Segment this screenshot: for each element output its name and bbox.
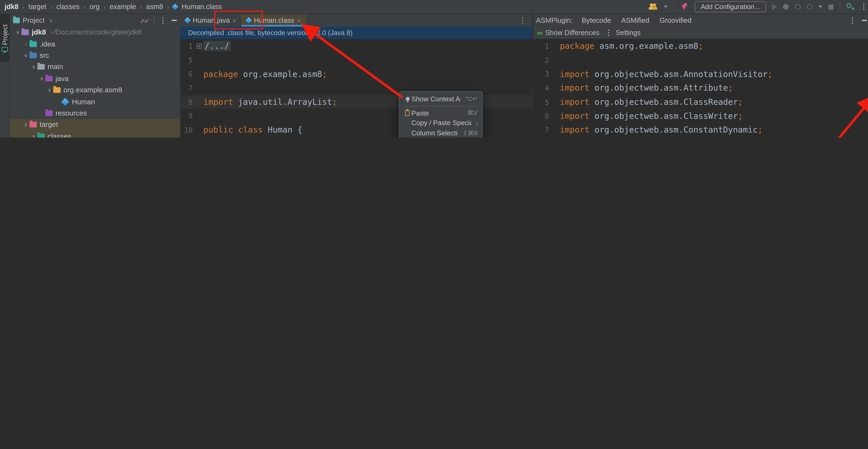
breadcrumb-item[interactable]: asm8 <box>146 3 163 11</box>
code-text: public class Human { <box>204 125 302 134</box>
tree-item-label: .idea <box>39 40 55 48</box>
menu-item-copy-paste-special[interactable]: Copy / Paste Special› <box>399 118 482 128</box>
project-folder-icon <box>13 18 20 23</box>
tree-expand-icon[interactable]: ∨ <box>14 30 22 35</box>
breadcrumb-item[interactable]: Human.class <box>182 3 222 11</box>
tab-bytecode[interactable]: Bytecode <box>581 15 612 26</box>
fold-marker-icon[interactable]: + <box>195 43 204 49</box>
code-text: import org.objectweb.asm.Attribute; <box>560 84 733 93</box>
chevron-down-icon[interactable]: ∨ <box>48 18 55 23</box>
tree-expand-icon[interactable]: › <box>22 41 29 47</box>
tree-item-jdk8[interactable]: ∨jdk8~/Documents/code/gitee/jdk8 <box>9 27 180 38</box>
breadcrumb-item[interactable]: jdk8 <box>4 3 19 11</box>
users-icon[interactable] <box>649 3 658 10</box>
tree-expand-icon[interactable]: ∨ <box>22 53 29 58</box>
code-line: 7import org.objectweb.asm.ConstantDynami… <box>533 123 868 137</box>
tree-item-label: Human <box>72 98 95 106</box>
folder-icon <box>30 53 37 58</box>
show-differences-button[interactable]: Show Differences <box>545 29 599 37</box>
run-icon[interactable] <box>772 4 777 10</box>
line-number: 2 <box>533 56 551 64</box>
breadcrumb-item[interactable]: target <box>28 3 46 11</box>
tab-human-java[interactable]: Human.java× <box>180 14 242 27</box>
tree-expand-icon[interactable]: ∨ <box>22 122 29 128</box>
code-text: import org.objectweb.asm.ConstantDynamic… <box>560 125 763 134</box>
close-icon[interactable]: × <box>232 17 236 24</box>
menu-item-paste[interactable]: Paste⌘V <box>399 108 482 118</box>
tree-expand-icon[interactable]: ∨ <box>46 87 53 93</box>
tree-item-resources[interactable]: resources <box>9 107 180 119</box>
tree-item--idea[interactable]: ›.idea <box>9 38 180 50</box>
tree-item-java[interactable]: ∨java <box>9 73 180 85</box>
folder-icon <box>45 110 53 116</box>
settings-button[interactable]: Settings <box>616 29 641 37</box>
breadcrumb-separator: › <box>50 3 53 10</box>
line-number: 6 <box>533 112 551 120</box>
tree-expand-icon[interactable]: ∨ <box>30 64 37 70</box>
tree-item-classes[interactable]: ∨classes <box>9 130 180 137</box>
editor-tab-bar: Human.java×Human.class×⋮ <box>180 14 532 27</box>
project-panel-title: Project <box>23 17 44 25</box>
chevron-down-icon[interactable] <box>664 6 667 8</box>
profiler-icon[interactable] <box>807 4 813 10</box>
stop-icon[interactable] <box>829 4 833 9</box>
close-icon[interactable]: × <box>297 17 301 24</box>
menu-item-label: Column Selection Mode <box>411 129 458 137</box>
code-line: 6package org.example.asm8; <box>180 67 532 81</box>
add-configuration-button[interactable]: Add Configuration... <box>694 1 766 12</box>
breadcrumb[interactable]: jdk8›target›classes›org›example›asm8›Hum… <box>0 3 222 11</box>
tab-label: Human.class <box>254 17 294 25</box>
hide-panel-icon[interactable] <box>172 20 177 21</box>
tree-item-src[interactable]: ∨src <box>9 50 180 61</box>
submenu-arrow-icon: › <box>476 120 478 126</box>
code-line: 6import org.objectweb.asm.ClassWriter; <box>533 109 868 123</box>
code-text: package asm.org.example.asm8; <box>560 41 703 51</box>
menu-item-column-selection-mode[interactable]: Column Selection Mode⇧⌘8 <box>399 128 482 137</box>
panel-options-icon[interactable]: ⋮ <box>849 18 856 23</box>
line-number: 1 <box>533 42 551 50</box>
coverage-icon[interactable] <box>795 4 801 10</box>
project-panel-header[interactable]: Project ∨ ⬀⬃ ⋮ <box>9 14 180 27</box>
tree-item-target[interactable]: ∨target <box>9 119 180 131</box>
tree-expand-icon[interactable]: ∨ <box>30 133 37 137</box>
folder-icon <box>30 122 37 128</box>
build-hammer-icon[interactable] <box>680 3 688 11</box>
folder-icon <box>22 30 29 35</box>
tree-item-org-example-asm8[interactable]: ∨org.example.asm8 <box>9 84 180 96</box>
asmified-code-view[interactable]: 1package asm.org.example.asm8;23import o… <box>533 39 868 137</box>
tab-asmified[interactable]: ASMified <box>620 15 650 26</box>
tree-item-main[interactable]: ∨main <box>9 61 180 73</box>
folder-icon <box>30 41 37 47</box>
breadcrumb-item[interactable]: example <box>110 3 136 11</box>
code-text: package org.example.asm8; <box>204 70 327 78</box>
sidebar-item-project[interactable]: Project <box>0 14 9 62</box>
code-line: 1+/.../ <box>180 39 532 53</box>
panel-options-icon[interactable]: ⋮ <box>159 18 166 23</box>
code-line: 4import org.objectweb.asm.Attribute; <box>533 81 868 95</box>
debug-icon[interactable] <box>783 4 789 10</box>
folder-icon <box>45 76 53 82</box>
class-icon <box>61 98 69 106</box>
tab-groovified[interactable]: Groovified <box>658 15 693 26</box>
menu-item-label: Copy / Paste Special <box>411 119 471 127</box>
breadcrumb-item[interactable]: classes <box>56 3 80 11</box>
code-line: 1package asm.org.example.asm8; <box>533 39 868 53</box>
monitor-icon <box>2 47 8 52</box>
breadcrumb-separator: › <box>104 3 106 10</box>
tab-options-icon[interactable]: ⋮ <box>519 18 532 23</box>
search-icon[interactable] <box>846 3 854 10</box>
hide-panel-icon[interactable] <box>862 20 867 21</box>
tree-item-label: target <box>39 121 58 129</box>
menu-item-show-context-actions[interactable]: Show Context Actions⌥↵ <box>399 94 482 104</box>
tree-item-label: java <box>56 74 69 83</box>
tree-expand-icon[interactable]: ∨ <box>38 76 45 82</box>
expand-all-icon[interactable]: ⬀⬃ <box>140 18 148 24</box>
breadcrumb-item[interactable]: org <box>90 3 100 11</box>
tree-item-human[interactable]: Human <box>9 96 180 107</box>
main-toolbar: Add Configuration... ⋮ <box>649 1 868 12</box>
tab-human-class[interactable]: Human.class× <box>242 14 306 27</box>
code-line: 3import org.objectweb.asm.AnnotationVisi… <box>533 67 868 81</box>
menu-item-label: Paste <box>411 109 462 117</box>
more-options-icon[interactable]: ⋮ <box>860 4 867 10</box>
profiler-dropdown-icon[interactable] <box>819 6 822 8</box>
